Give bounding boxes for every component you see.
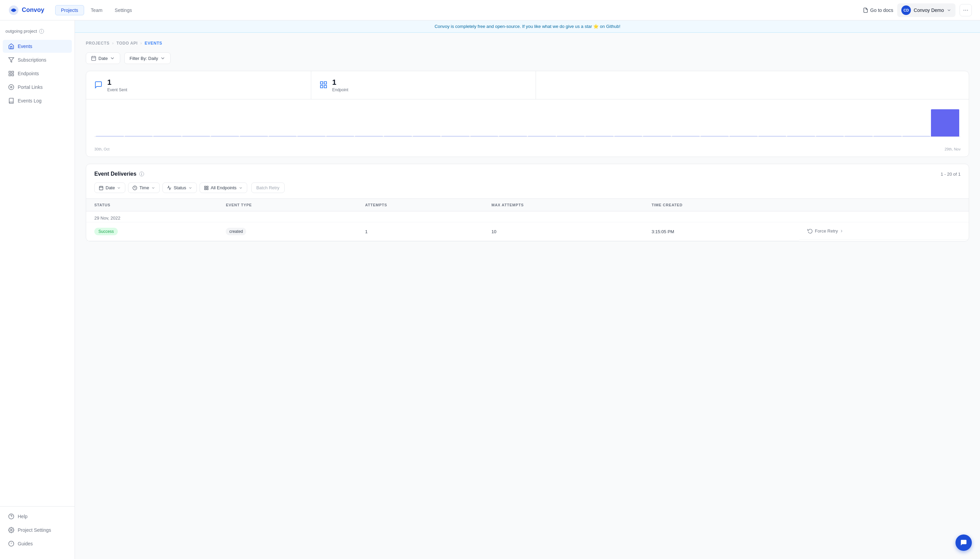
breadcrumb: PROJECTS › TODO API › EVENTS xyxy=(86,41,969,46)
event-type-badge: created xyxy=(226,228,246,235)
main-content: Convoy is completely free and open-sourc… xyxy=(75,20,980,559)
calendar-icon xyxy=(91,56,96,61)
chevron-down-icon xyxy=(117,186,121,190)
sidebar-item-project-settings-label: Project Settings xyxy=(18,528,51,533)
delivery-time-filter[interactable]: Time xyxy=(128,182,159,193)
endpoints-icon xyxy=(319,81,328,90)
breadcrumb-todo-api[interactable]: TODO API xyxy=(116,41,137,46)
cell-status: Success xyxy=(86,222,218,241)
nav-settings[interactable]: Settings xyxy=(109,5,137,15)
nav-right: Go to docs CD Convoy Demo xyxy=(863,3,972,17)
docs-icon xyxy=(863,8,868,13)
sidebar-item-guides[interactable]: Guides xyxy=(3,537,72,550)
chart-bar xyxy=(672,136,700,137)
chart-bar xyxy=(125,136,153,137)
clock-icon xyxy=(132,185,137,190)
table-header: STATUS EVENT TYPE ATTEMPTS MAX ATTEMPTS … xyxy=(86,199,969,212)
home-icon xyxy=(8,43,14,50)
sidebar-item-project-settings[interactable]: Project Settings xyxy=(3,524,72,536)
delivery-status-filter[interactable]: Status xyxy=(162,182,197,193)
table-header-row: STATUS EVENT TYPE ATTEMPTS MAX ATTEMPTS … xyxy=(86,199,969,212)
chart-bar xyxy=(441,136,470,137)
cell-event-type: created xyxy=(218,222,357,241)
breadcrumb-sep-1: › xyxy=(112,41,114,46)
retry-icon xyxy=(807,228,813,233)
page-content: PROJECTS › TODO API › EVENTS Date Filter… xyxy=(75,33,980,250)
svg-rect-6 xyxy=(12,71,13,73)
nav-team[interactable]: Team xyxy=(86,5,108,15)
sidebar-item-subscriptions-label: Subscriptions xyxy=(18,57,46,63)
delivery-date-filter[interactable]: Date xyxy=(94,182,125,193)
breadcrumb-sep-2: › xyxy=(140,41,142,46)
col-attempts: ATTEMPTS xyxy=(357,199,483,212)
sidebar-item-endpoints-label: Endpoints xyxy=(18,71,39,76)
chart-bar xyxy=(931,109,959,137)
delivery-endpoints-filter[interactable]: All Endpoints xyxy=(200,182,247,193)
deliveries-info-icon[interactable]: i xyxy=(139,172,144,176)
table-row[interactable]: Successcreated1103:15:05 PMForce Retry› xyxy=(86,222,969,241)
filter-by-button[interactable]: Filter By: Daily xyxy=(124,53,171,64)
chart-bar xyxy=(153,136,182,137)
more-button[interactable] xyxy=(960,4,972,17)
chevron-down-icon xyxy=(947,8,952,13)
chart-date-start: 30th, Oct xyxy=(94,147,110,151)
svg-rect-8 xyxy=(12,74,13,76)
force-retry-button[interactable]: Force Retry xyxy=(807,228,838,233)
avatar: CD xyxy=(901,5,911,15)
chart-bar xyxy=(787,136,815,137)
sidebar-item-help[interactable]: Help xyxy=(3,510,72,523)
calendar-icon xyxy=(99,185,104,190)
chart-bar xyxy=(844,136,873,137)
col-event-type: EVENT TYPE xyxy=(218,199,357,212)
message-icon xyxy=(94,81,103,90)
sidebar-item-events-log[interactable]: Events Log xyxy=(3,94,72,107)
svg-rect-17 xyxy=(92,56,96,61)
status-badge: Success xyxy=(94,228,118,235)
chevron-down-icon xyxy=(239,186,243,190)
logo[interactable]: Convoy xyxy=(8,5,44,16)
chart-bar xyxy=(297,136,326,137)
svg-rect-21 xyxy=(320,82,323,84)
chart-bar xyxy=(326,136,354,137)
sidebar-item-subscriptions[interactable]: Subscriptions xyxy=(3,53,72,66)
breadcrumb-projects[interactable]: PROJECTS xyxy=(86,41,109,46)
sidebar-item-portal-links-label: Portal Links xyxy=(18,84,43,90)
svg-rect-25 xyxy=(99,186,103,190)
chart-bar xyxy=(557,136,585,137)
chart-bar xyxy=(470,136,498,137)
svg-rect-5 xyxy=(9,71,10,73)
date-filter-button[interactable]: Date xyxy=(86,53,120,64)
date-group-row: 29 Nov, 2022 xyxy=(86,212,969,222)
chart-bar xyxy=(96,136,124,137)
chart-bar xyxy=(384,136,412,137)
chart-area xyxy=(86,99,969,147)
stats-card: 1 Event Sent 1 Endpoint xyxy=(86,71,969,157)
chevron-down-icon xyxy=(151,186,155,190)
svg-marker-4 xyxy=(9,58,14,62)
top-filters: Date Filter By: Daily xyxy=(86,53,969,64)
sidebar-item-endpoints[interactable]: Endpoints xyxy=(3,67,72,80)
project-info-icon[interactable]: i xyxy=(39,29,44,34)
sidebar-item-portal-links[interactable]: Portal Links xyxy=(3,81,72,94)
batch-retry-button[interactable]: Batch Retry xyxy=(251,182,285,193)
sidebar-item-guides-label: Guides xyxy=(18,541,33,546)
col-status: STATUS xyxy=(86,199,218,212)
trend-icon xyxy=(167,185,172,190)
chevron-down-icon xyxy=(188,186,192,190)
svg-point-9 xyxy=(9,85,14,90)
table-body: 29 Nov, 2022Successcreated1103:15:05 PMF… xyxy=(86,212,969,241)
nav-projects[interactable]: Projects xyxy=(55,5,84,15)
user-name: Convoy Demo xyxy=(914,8,944,13)
col-time-created: TIME CREATED xyxy=(643,199,799,212)
chat-button[interactable] xyxy=(955,534,972,551)
svg-point-13 xyxy=(10,529,12,531)
sidebar-item-events[interactable]: Events xyxy=(3,40,72,53)
cell-max-attempts: 10 xyxy=(483,222,643,241)
go-to-docs-link[interactable]: Go to docs xyxy=(863,8,894,13)
svg-rect-22 xyxy=(324,82,326,84)
top-navigation: Convoy Projects Team Settings Go to docs… xyxy=(0,0,980,20)
chart-bar xyxy=(240,136,268,137)
user-menu[interactable]: CD Convoy Demo xyxy=(897,3,955,17)
sidebar-item-help-label: Help xyxy=(18,514,28,519)
deliveries-card: Event Deliveries i 1 - 20 of 1 Date Time xyxy=(86,164,969,241)
